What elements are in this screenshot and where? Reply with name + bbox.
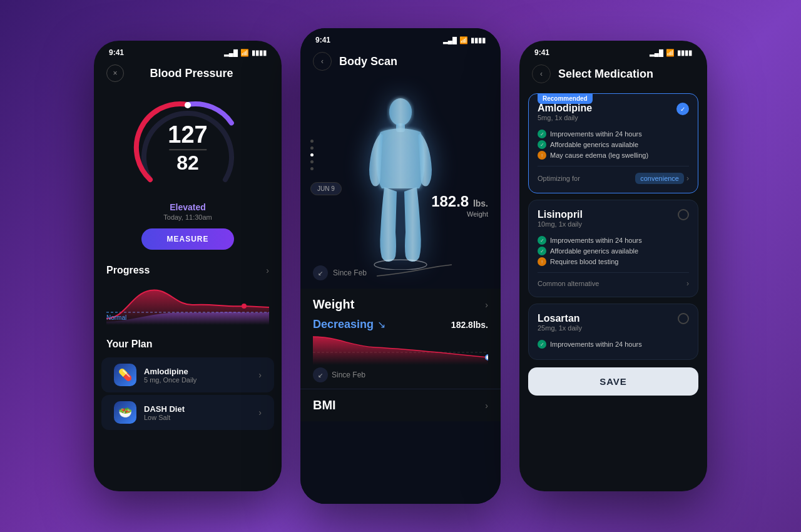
trend-chart — [313, 334, 488, 365]
losartan-name: Losartan — [538, 313, 582, 324]
amlodipine-header: Amlodipine 5mg, 1x daily ✓ — [538, 103, 689, 128]
med-header: ‹ Select Medication — [519, 59, 707, 93]
losartan-feat-1: ✓ Improvements within 24 hours — [538, 340, 689, 349]
phone-body-scan: 9:41 ▂▄█ 📶 ▮▮▮▮ ‹ Body Scan — [300, 28, 501, 504]
med-card-amlodipine[interactable]: Recommended Amlodipine 5mg, 1x daily ✓ ✓… — [528, 93, 698, 193]
decreasing-label: Decreasing — [313, 318, 374, 331]
status-time-1: 9:41 — [109, 48, 124, 57]
progress-chart-svg — [106, 281, 269, 325]
plan-section-header: Your Plan — [94, 331, 282, 355]
feat-check-icon-3: ✓ — [538, 236, 546, 245]
battery-icon-3: ▮▮▮▮ — [677, 49, 692, 57]
bmi-section[interactable]: BMI › — [300, 389, 501, 421]
weight-section-title: Weight — [313, 297, 354, 312]
svg-point-2 — [242, 304, 247, 309]
signal-icon: ▂▄█ — [224, 49, 238, 56]
gauge-values: 127 82 — [168, 123, 207, 173]
amlodipine-info: Amlodipine 5mg, 1x daily — [538, 103, 592, 128]
plan-title: Your Plan — [106, 339, 153, 350]
feat-warn-icon-2: ! — [538, 257, 546, 266]
weight-current: 182.8lbs. — [451, 320, 488, 330]
plan-icon-dash: 🥗 — [114, 401, 136, 424]
med-card-lisinopril[interactable]: Lisinopril 10mg, 1x daily ✓ Improvements… — [528, 200, 698, 297]
bp-header: × Blood Pressure — [94, 59, 282, 92]
save-btn-container: SAVE — [519, 360, 707, 403]
normal-label: Normal — [106, 314, 126, 321]
lisinopril-header: Lisinopril 10mg, 1x daily — [538, 209, 689, 234]
amlodipine-feat-2: ✓ Affordable generics available — [538, 140, 689, 149]
amlodipine-selected-icon: ✓ — [676, 103, 689, 115]
lisinopril-feat-2: ✓ Affordable generics available — [538, 247, 689, 255]
signal-icon-2: ▂▄█ — [443, 37, 457, 44]
progress-title: Progress — [106, 265, 150, 276]
amlodipine-name: Amlodipine — [538, 103, 592, 114]
nav-dot-5[interactable] — [310, 167, 314, 170]
body-screen: 9:41 ▂▄█ 📶 ▮▮▮▮ ‹ Body Scan — [300, 28, 501, 504]
weight-section-header: Weight › — [313, 297, 488, 312]
optimizing-chevron[interactable]: › — [686, 174, 689, 183]
trend-chart-svg — [313, 334, 488, 365]
nav-dot-1[interactable] — [310, 140, 314, 143]
svg-point-3 — [389, 98, 412, 126]
back-button[interactable]: ‹ — [313, 52, 332, 71]
common-alt-label: Common alternative — [538, 280, 599, 287]
losartan-info: Losartan 25mg, 1x daily — [538, 313, 582, 338]
med-card-losartan[interactable]: Losartan 25mg, 1x daily ✓ Improvements w… — [528, 304, 698, 360]
progress-chevron[interactable]: › — [266, 265, 269, 275]
wifi-icon: 📶 — [240, 49, 249, 57]
wifi-icon-3: 📶 — [666, 49, 675, 57]
bmi-chevron[interactable]: › — [485, 401, 488, 411]
medication-list: Recommended Amlodipine 5mg, 1x daily ✓ ✓… — [519, 93, 707, 360]
optimizing-tag[interactable]: convenience — [635, 173, 684, 184]
svg-point-7 — [486, 355, 488, 360]
save-button[interactable]: SAVE — [528, 367, 698, 396]
lisinopril-chevron[interactable]: › — [686, 279, 689, 288]
phone-medication: 9:41 ▂▄█ 📶 ▮▮▮▮ ‹ Select Medication Reco… — [519, 41, 707, 491]
recommended-badge: Recommended — [538, 93, 593, 104]
status-bar-2: 9:41 ▂▄█ 📶 ▮▮▮▮ — [300, 28, 501, 47]
since-feb-row-label: Since Feb — [332, 371, 365, 379]
nav-dot-2[interactable] — [310, 146, 314, 150]
losartan-dose: 25mg, 1x daily — [538, 324, 582, 332]
bp-screen: 9:41 ▂▄█ 📶 ▮▮▮▮ × Blood Pressure — [94, 41, 282, 430]
close-button[interactable]: × — [106, 64, 124, 82]
signal-icon-3: ▂▄█ — [650, 49, 663, 56]
weight-display: 182.8 lbs. Weight — [431, 193, 488, 218]
amlodipine-dose: 5mg, 1x daily — [538, 114, 592, 121]
svg-point-0 — [185, 102, 191, 108]
lisinopril-radio[interactable] — [678, 209, 689, 220]
nav-dot-4[interactable] — [310, 160, 314, 163]
status-bar-3: 9:41 ▂▄█ 📶 ▮▮▮▮ — [519, 41, 707, 59]
weight-section: Weight › Decreasing ↘ 182.8lbs. — [300, 289, 501, 389]
lisinopril-name: Lisinopril — [538, 209, 583, 220]
feat-check-icon-2: ✓ — [538, 140, 546, 149]
plan-chevron-2: › — [258, 407, 262, 417]
nav-dot-3[interactable] — [310, 153, 314, 156]
status-icons-1: ▂▄█ 📶 ▮▮▮▮ — [224, 49, 267, 57]
losartan-header: Losartan 25mg, 1x daily — [538, 313, 689, 338]
status-bar-1: 9:41 ▂▄█ 📶 ▮▮▮▮ — [94, 41, 282, 59]
weight-value: 182.8 lbs. — [431, 193, 488, 210]
since-feb-icon: ↙ — [313, 265, 328, 280]
med-title: Select Medication — [558, 68, 653, 81]
weight-chevron[interactable]: › — [485, 300, 488, 310]
decreasing-row: Decreasing ↘ 182.8lbs. — [313, 318, 488, 331]
jun9-badge[interactable]: JUN 9 — [310, 182, 342, 195]
human-figure — [363, 95, 438, 270]
measure-button[interactable]: MEASURE — [141, 228, 233, 250]
plan-item-dash[interactable]: 🥗 DASH Diet Low Salt › — [101, 395, 274, 430]
feat-warn-icon-1: ! — [538, 151, 546, 160]
plan-item-amlodipine[interactable]: 💊 Amlodipine 5 mg, Once Daily › — [101, 357, 274, 392]
bp-gauge: 127 82 — [131, 92, 244, 198]
med-back-button[interactable]: ‹ — [532, 64, 551, 83]
status-icons-2: ▂▄█ 📶 ▮▮▮▮ — [443, 36, 486, 44]
losartan-radio[interactable] — [678, 313, 689, 324]
body-scan-area: 182.8 lbs. Weight JUN 9 ↙ Since Feb — [300, 76, 501, 289]
phone-blood-pressure: 9:41 ▂▄█ 📶 ▮▮▮▮ × Blood Pressure — [94, 41, 282, 491]
lisinopril-feat-3: ! Requires blood testing — [538, 257, 689, 266]
lisinopril-dose: 10mg, 1x daily — [538, 220, 583, 228]
wifi-icon-2: 📶 — [459, 36, 468, 44]
amlodipine-feat-3: ! May cause edema (leg swelling) — [538, 151, 689, 160]
common-alt-row: Common alternative › — [538, 272, 689, 288]
bp-time: Today, 11:30am — [94, 213, 282, 221]
